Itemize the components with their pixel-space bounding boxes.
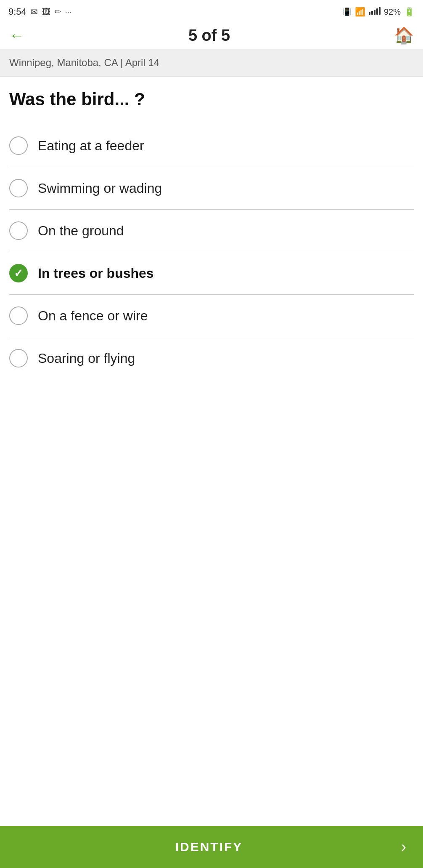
main-content: Was the bird... ? Eating at a feeder Swi… [0,77,423,379]
option-ground[interactable]: On the ground [9,210,414,252]
option-label-trees: In trees or bushes [38,266,154,281]
identify-arrow-icon: › [401,838,406,856]
home-button[interactable]: 🏠 [394,26,414,45]
radio-ground[interactable] [9,221,28,240]
radio-feeder[interactable] [9,136,28,155]
status-time: 9:54 [8,6,26,17]
battery-icon: 🔋 [404,7,415,17]
back-button[interactable]: ← [9,28,24,43]
image-icon: 🖼 [42,7,50,17]
option-label-ground: On the ground [38,223,124,239]
page-title: 5 of 5 [188,27,230,45]
nav-bar: ← 5 of 5 🏠 [0,22,423,49]
radio-soaring[interactable] [9,349,28,367]
pen-icon: ✏ [55,7,61,16]
status-bar: 9:54 ✉ 🖼 ✏ ··· 📳 📶 92% 🔋 [0,0,423,22]
options-list: Eating at a feeder Swimming or wading On… [9,125,414,379]
signal-icon [369,7,381,17]
option-soaring[interactable]: Soaring or flying [9,337,414,379]
option-label-feeder: Eating at a feeder [38,138,144,154]
vibrate-icon: 📳 [342,7,352,16]
radio-trees[interactable]: ✓ [9,264,28,282]
status-right: 📳 📶 92% 🔋 [342,7,415,17]
battery-text: 92% [384,7,401,17]
option-feeder[interactable]: Eating at a feeder [9,125,414,167]
option-swimming[interactable]: Swimming or wading [9,167,414,210]
wifi-icon: 📶 [355,7,365,17]
location-bar: Winnipeg, Manitoba, CA | April 14 [0,49,423,77]
option-label-fence: On a fence or wire [38,308,148,324]
question-title: Was the bird... ? [9,89,414,109]
option-label-swimming: Swimming or wading [38,181,162,196]
option-trees[interactable]: ✓ In trees or bushes [9,252,414,295]
check-icon: ✓ [14,268,23,279]
radio-fence[interactable] [9,306,28,325]
option-label-soaring: Soaring or flying [38,351,135,366]
identify-label: IDENTIFY [17,840,401,854]
identify-button[interactable]: IDENTIFY › [0,826,423,868]
option-fence[interactable]: On a fence or wire [9,295,414,337]
status-left: 9:54 ✉ 🖼 ✏ ··· [8,6,71,17]
mail-icon: ✉ [31,7,38,17]
ellipsis-icon: ··· [65,8,71,16]
radio-swimming[interactable] [9,179,28,197]
location-text: Winnipeg, Manitoba, CA | April 14 [9,57,159,68]
